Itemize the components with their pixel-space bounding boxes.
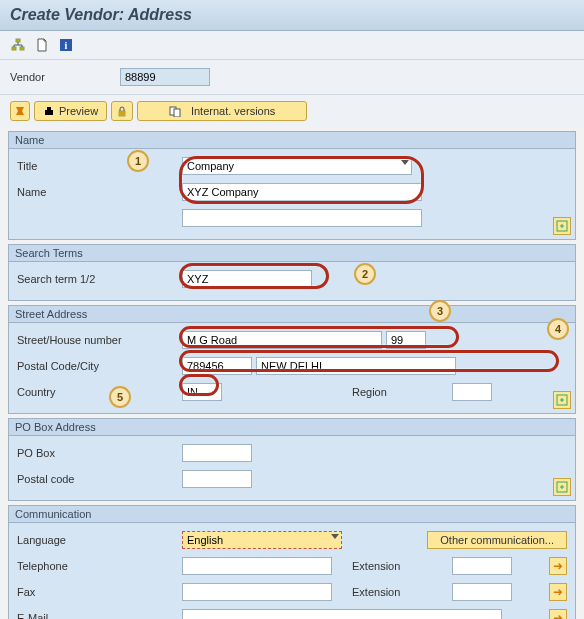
pobox-postal-label: Postal code [17,473,182,485]
name-legend: Name [9,132,575,149]
email-more-button[interactable]: ➜ [549,609,567,619]
name-panel: Name Title Company Name 1 [8,131,576,240]
fax-more-button[interactable]: ➜ [549,583,567,601]
search-label: Search term 1/2 [17,273,182,285]
svg-rect-5 [45,110,53,115]
ext1-input[interactable] [452,557,512,575]
street-legend: Street Address [9,306,575,323]
svg-rect-6 [47,107,51,110]
expand-button[interactable] [10,101,30,121]
title-label: Title [17,160,182,172]
postal-label: Postal Code/City [17,360,182,372]
name-label: Name [17,186,182,198]
toolbar: i [0,31,584,60]
search-panel: Search Terms Search term 1/2 2 [8,244,576,301]
search-legend: Search Terms [9,245,575,262]
lock-button[interactable] [111,101,133,121]
preview-label: Preview [59,105,98,117]
svg-rect-1 [12,47,16,50]
pobox-panel: PO Box Address PO Box Postal code [8,418,576,501]
street-panel: Street Address Street/House number Posta… [8,305,576,414]
pobox-input[interactable] [182,444,252,462]
preview-button[interactable]: Preview [34,101,107,121]
telephone-input[interactable] [182,557,332,575]
region-input[interactable] [452,383,492,401]
comm-legend: Communication [9,506,575,523]
vendor-input[interactable] [120,68,210,86]
comm-panel: Communication Language English Other com… [8,505,576,619]
fax-label: Fax [17,586,182,598]
name2-input[interactable] [182,209,422,227]
country-input[interactable] [182,383,222,401]
internat-versions-button[interactable]: Internat. versions [137,101,307,121]
internat-label: Internat. versions [191,105,275,117]
language-select[interactable]: English [182,531,342,549]
action-row: Preview Internat. versions [0,95,584,127]
page-title: Create Vendor: Address [10,6,574,24]
street-input[interactable] [182,331,382,349]
email-label: E-Mail [17,612,182,619]
city-input[interactable] [256,357,456,375]
svg-rect-0 [16,39,20,42]
house-input[interactable] [386,331,426,349]
pobox-label: PO Box [17,447,182,459]
svg-rect-7 [119,111,125,116]
street-expand-button[interactable] [553,391,571,409]
ext2-label: Extension [352,586,452,598]
vendor-label: Vendor [10,71,100,83]
language-label: Language [17,534,182,546]
svg-text:i: i [65,40,68,51]
ext2-input[interactable] [452,583,512,601]
pobox-postal-input[interactable] [182,470,252,488]
region-label: Region [352,386,452,398]
country-label: Country [17,386,182,398]
info-icon[interactable]: i [58,37,74,53]
vendor-row: Vendor [0,60,584,95]
name-expand-button[interactable] [553,217,571,235]
fax-input[interactable] [182,583,332,601]
svg-rect-2 [20,47,24,50]
ext1-label: Extension [352,560,452,572]
telephone-label: Telephone [17,560,182,572]
other-communication-button[interactable]: Other communication... [427,531,567,549]
title-select[interactable]: Company [182,157,412,175]
pobox-expand-button[interactable] [553,478,571,496]
telephone-more-button[interactable]: ➜ [549,557,567,575]
street-label: Street/House number [17,334,182,346]
search-input[interactable] [182,270,312,288]
postal-input[interactable] [182,357,252,375]
pobox-legend: PO Box Address [9,419,575,436]
document-icon[interactable] [34,37,50,53]
email-input[interactable] [182,609,502,619]
hierarchy-icon[interactable] [10,37,26,53]
name-input[interactable] [182,183,422,201]
svg-rect-9 [174,109,180,117]
page-header: Create Vendor: Address [0,0,584,31]
